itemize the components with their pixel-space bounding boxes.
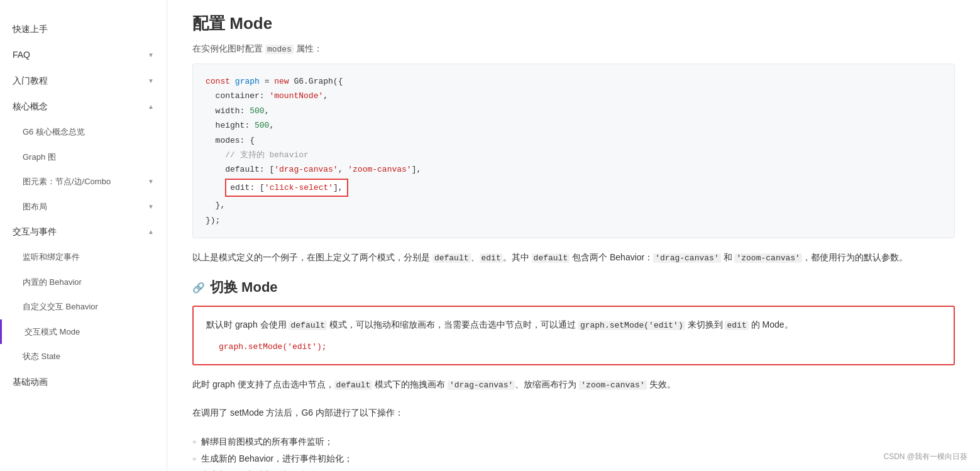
sidebar-top-stub <box>0 6 167 16</box>
bullet-list: 解绑目前图模式的所有事件监听； 生成新的 Behavior，进行事件初始化； 绑… <box>192 433 955 471</box>
link-icon: 🔗 <box>192 282 205 294</box>
subtitle: 在实例化图时配置 modes 属性： <box>192 43 955 55</box>
red-bordered-box: 默认时 graph 会使用 default 模式，可以拖动和缩放画布，当需要点击… <box>192 306 955 365</box>
sidebar-item-jichu[interactable]: 基础动画 <box>0 369 167 395</box>
main-content: 配置 Mode 在实例化图时配置 modes 属性： const graph =… <box>167 0 980 471</box>
page-title: 配置 Mode <box>192 13 955 35</box>
list-item: 生成新的 Behavior，进行事件初始化； <box>192 450 955 467</box>
sidebar-item-hexin[interactable]: 核心概念 ▲ <box>0 94 167 119</box>
sidebar-item-jianting[interactable]: 监听和绑定事件 <box>0 245 167 270</box>
chevron-down-icon: ▼ <box>148 50 154 60</box>
sidebar-item-neizhi[interactable]: 内置的 Behavior <box>0 270 167 295</box>
sidebar: 快速上手 FAQ ▼ 入门教程 ▼ 核心概念 ▲ G6 核心概念总览 Graph… <box>0 0 167 471</box>
section-2-title: 🔗 切换 Mode <box>192 278 955 297</box>
sidebar-item-faq[interactable]: FAQ ▼ <box>0 42 167 68</box>
chevron-down-icon: ▼ <box>148 76 154 86</box>
sidebar-item-g6-overview[interactable]: G6 核心概念总览 <box>0 119 167 145</box>
desc-text-1: 以上是模式定义的一个例子，在图上定义了两个模式，分别是 default、edit… <box>192 250 955 265</box>
chevron-up-icon: ▲ <box>148 102 154 111</box>
chevron-down-icon: ▼ <box>148 202 154 211</box>
chevron-down-icon: ▼ <box>148 177 154 186</box>
sidebar-item-graph-tu[interactable]: Graph 图 <box>0 145 167 170</box>
sidebar-item-tubuju[interactable]: 图布局 ▼ <box>0 194 167 219</box>
desc-text-2: 此时 graph 便支持了点击选中节点，default 模式下的拖拽画布 'dr… <box>192 377 955 392</box>
box-code: graph.setMode('edit'); <box>206 340 941 354</box>
chevron-up-icon: ▲ <box>148 227 154 236</box>
sidebar-item-zidingyi[interactable]: 自定义交互 Behavior <box>0 294 167 319</box>
sidebar-item-jiaohu-mode[interactable]: 交互模式 Mode <box>0 319 167 345</box>
list-item: 绑定新的行为对应的事件监听。 <box>192 467 955 471</box>
code-block-1: const graph = new G6.Graph({ container: … <box>192 64 955 238</box>
sidebar-item-jiaohu[interactable]: 交互与事件 ▲ <box>0 219 167 245</box>
sidebar-item-rumen[interactable]: 入门教程 ▼ <box>0 68 167 94</box>
desc-text-3: 在调用了 setMode 方法后，G6 内部进行了以下操作： <box>192 405 955 421</box>
list-item: 解绑目前图模式的所有事件监听； <box>192 433 955 450</box>
sidebar-item-zhuangtai[interactable]: 状态 State <box>0 344 167 369</box>
sidebar-item-kuaisu[interactable]: 快速上手 <box>0 16 167 42</box>
box-desc: 默认时 graph 会使用 default 模式，可以拖动和缩放画布，当需要点击… <box>206 317 941 333</box>
sidebar-item-tuyuansu[interactable]: 图元素：节点/边/Combo ▼ <box>0 169 167 194</box>
watermark: CSDN @我有一棵向日葵 <box>883 452 967 462</box>
